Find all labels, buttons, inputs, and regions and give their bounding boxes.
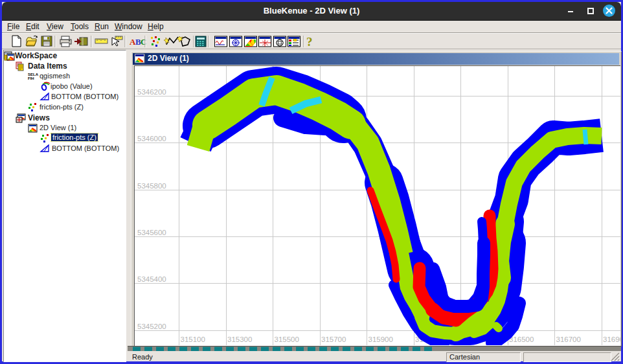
svg-text:5345800: 5345800 [137,182,166,190]
svg-text:315100: 315100 [181,336,205,343]
svg-text:5345400: 5345400 [137,275,166,283]
svg-text:316700: 316700 [556,336,581,343]
svg-text:315500: 315500 [275,336,299,343]
svg-text:5346200: 5346200 [137,88,166,96]
svg-text:315900: 315900 [368,336,393,343]
svg-text:315300: 315300 [227,336,252,343]
svg-text:?: ? [306,35,313,49]
svg-text:316500: 316500 [509,336,534,343]
svg-text:FIH: FIH [28,76,34,80]
svg-text:5345600: 5345600 [137,229,166,236]
svg-text:5346000: 5346000 [137,135,166,142]
svg-text:5345200: 5345200 [137,323,166,330]
svg-text:316900: 316900 [603,336,620,343]
svg-text:315700: 315700 [321,336,346,343]
